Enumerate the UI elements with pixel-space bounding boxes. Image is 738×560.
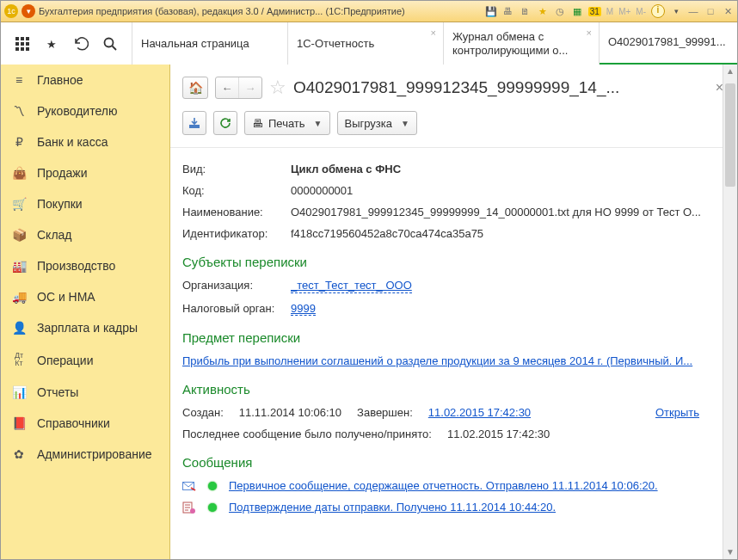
- sidebar-item-operations[interactable]: ДтКтОперации: [1, 343, 169, 377]
- refresh-button[interactable]: [213, 111, 237, 135]
- content-area: 🏠 ← → ☆ O4029017981_999912345_99999999_1…: [170, 65, 737, 559]
- save-icon[interactable]: 💾: [485, 5, 497, 17]
- svg-rect-4: [21, 42, 24, 46]
- close-window-button[interactable]: ✕: [722, 5, 734, 17]
- link-organization[interactable]: _тест_Тест_тест_ ООО: [291, 279, 412, 293]
- print-icon[interactable]: 🖶: [502, 5, 514, 17]
- svg-rect-11: [189, 125, 200, 128]
- svg-point-14: [190, 508, 195, 514]
- maximize-button[interactable]: □: [704, 5, 716, 17]
- doc-icon[interactable]: 🗎: [520, 5, 532, 17]
- scroll-thumb[interactable]: [725, 83, 735, 187]
- app-menu-icon[interactable]: ▾: [22, 4, 35, 18]
- chevron-down-icon: ▼: [401, 119, 409, 128]
- sidebar-item-warehouse[interactable]: 📦Склад: [1, 219, 169, 250]
- close-tab-icon[interactable]: ×: [431, 28, 436, 38]
- app-logo-1c-icon: 1с: [4, 4, 18, 18]
- receipt-icon: [182, 502, 196, 514]
- favorites-star-icon[interactable]: ★: [44, 36, 59, 52]
- home-button[interactable]: 🏠: [182, 77, 208, 99]
- favorites-star-icon[interactable]: ★: [537, 5, 549, 17]
- envelope-out-icon: [182, 480, 196, 492]
- status-dot-green-icon: [208, 503, 217, 512]
- tab-document[interactable]: O4029017981_99991...×: [600, 22, 738, 65]
- link-subject[interactable]: Прибыль при выполнении соглашений о разд…: [182, 354, 692, 367]
- link-message-1[interactable]: Первичное сообщение, содержащее отчетнос…: [229, 479, 658, 492]
- vertical-scrollbar[interactable]: ▲ ▼: [723, 65, 737, 559]
- sidebar-item-main[interactable]: ≡Главное: [1, 65, 169, 95]
- sidebar-item-administration[interactable]: ✿Администрирование: [1, 439, 169, 470]
- value-created: 11.11.2014 10:06:10: [239, 406, 341, 419]
- tab-exchange-journal[interactable]: Журнал обмена с контролирующими о...×: [444, 22, 600, 65]
- sidebar-item-production[interactable]: 🏭Производство: [1, 250, 169, 281]
- sidebar-item-catalogs[interactable]: 📕Справочники: [1, 408, 169, 439]
- value-name: O4029017981_999912345_99999999_14_000000…: [291, 206, 716, 218]
- value-id: f418cc719560452a8c70ca474ca35a75: [291, 227, 716, 240]
- favorite-star-icon[interactable]: ☆: [269, 77, 286, 99]
- label-last-message: Последнее сообщение было получено/принят…: [182, 428, 432, 440]
- link-tax-authority[interactable]: 9999: [291, 302, 316, 317]
- operations-icon: ДтКт: [11, 352, 27, 368]
- calendar-icon[interactable]: 31: [588, 7, 601, 16]
- tab-1c-reporting[interactable]: 1С-Отчетность×: [288, 22, 444, 65]
- sidebar-item-assets[interactable]: 🚚ОС и НМА: [1, 281, 169, 312]
- sections-grid-icon[interactable]: [15, 36, 30, 52]
- tab-start-page[interactable]: Начальная страница: [132, 22, 288, 65]
- minimize-button[interactable]: —: [687, 5, 699, 17]
- message-row: Подтверждение даты отправки. Получено 11…: [182, 496, 716, 518]
- print-button[interactable]: 🖶Печать▼: [244, 111, 330, 135]
- menu-icon: ≡: [11, 73, 27, 87]
- value-vid: Цикл обмена с ФНС: [291, 163, 716, 175]
- export-button[interactable]: Выгрузка▼: [337, 111, 417, 135]
- label-created: Создан:: [182, 406, 224, 419]
- svg-rect-1: [21, 37, 24, 40]
- bag-icon: 👜: [11, 166, 27, 180]
- cart-icon: 🛒: [11, 197, 27, 211]
- value-kod: 0000000001: [291, 184, 716, 197]
- scroll-up-icon[interactable]: ▲: [723, 65, 737, 78]
- sidebar-item-salary[interactable]: 👤Зарплата и кадры: [1, 312, 169, 343]
- calculator-icon[interactable]: ▦: [571, 5, 583, 17]
- factory-icon: 🏭: [11, 259, 27, 273]
- svg-rect-7: [21, 47, 24, 51]
- scroll-down-icon[interactable]: ▼: [723, 545, 737, 559]
- link-message-2[interactable]: Подтверждение даты отправки. Получено 11…: [229, 501, 556, 514]
- memory-mplus-button[interactable]: M+: [618, 7, 630, 16]
- nav-forward-button[interactable]: →: [239, 77, 261, 98]
- titlebar: 1с ▾ Бухгалтерия предприятия (базовая), …: [1, 1, 737, 22]
- history-icon[interactable]: [73, 36, 89, 52]
- chart-icon: 〽: [11, 104, 27, 118]
- close-tab-icon[interactable]: ×: [587, 28, 592, 38]
- link-open[interactable]: Открыть: [655, 406, 699, 419]
- svg-rect-2: [26, 37, 29, 40]
- titlebar-toolbar: 💾 🖶 🗎 ★ ◷ ▦ 31 M M+ M- i ▾ — □ ✕: [485, 4, 734, 18]
- sidebar-item-purchases[interactable]: 🛒Покупки: [1, 188, 169, 219]
- printer-icon: 🖶: [252, 117, 263, 130]
- sidebar-item-reports[interactable]: 📊Отчеты: [1, 377, 169, 408]
- svg-rect-6: [15, 47, 19, 51]
- sidebar-item-sales[interactable]: 👜Продажи: [1, 157, 169, 188]
- svg-line-10: [113, 46, 117, 51]
- report-icon: 📊: [11, 385, 27, 399]
- label-id: Идентификатор:: [182, 227, 291, 240]
- search-icon[interactable]: [102, 36, 118, 52]
- svg-rect-8: [26, 47, 29, 51]
- box-icon: 📦: [11, 228, 27, 242]
- history-icon[interactable]: ◷: [554, 5, 566, 17]
- nav-back-button[interactable]: ←: [216, 77, 239, 98]
- info-icon[interactable]: i: [651, 4, 665, 18]
- download-button[interactable]: [182, 111, 206, 135]
- link-finished-date[interactable]: 11.02.2015 17:42:30: [428, 406, 531, 419]
- label-kod: Код:: [182, 184, 291, 197]
- sidebar-item-manager[interactable]: 〽Руководителю: [1, 95, 169, 126]
- chevron-down-icon: ▼: [314, 119, 323, 128]
- section-subjects: Субъекты переписки: [182, 244, 716, 274]
- document-toolbar: 🖶Печать▼ Выгрузка▼: [170, 108, 737, 148]
- status-dot-green-icon: [208, 482, 217, 490]
- label-name: Наименование:: [182, 206, 291, 218]
- memory-mminus-button[interactable]: M-: [636, 7, 646, 16]
- memory-m-button[interactable]: M: [606, 7, 613, 16]
- tabstrip: ★ Начальная страница 1С-Отчетность× Журн…: [1, 22, 737, 66]
- sidebar-item-bank[interactable]: ₽Банк и касса: [1, 126, 169, 157]
- svg-point-9: [105, 39, 114, 47]
